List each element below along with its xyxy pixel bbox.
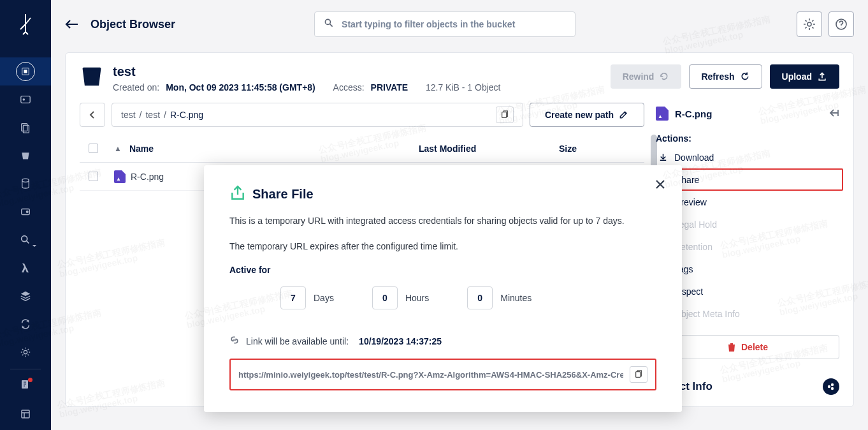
- svg-point-13: [325, 19, 330, 24]
- breadcrumb-back[interactable]: [80, 103, 105, 127]
- svg-point-25: [831, 387, 834, 390]
- svg-point-9: [22, 236, 27, 242]
- help-button[interactable]: [828, 11, 854, 37]
- svg-point-3: [23, 98, 25, 101]
- image-file-icon: [656, 107, 669, 121]
- nav-replication[interactable]: [0, 310, 51, 338]
- modal-desc-2: The temporary URL expires after the conf…: [229, 240, 656, 254]
- svg-rect-4: [22, 124, 27, 131]
- nav-lambda[interactable]: [0, 254, 51, 282]
- nav-docs[interactable]: [0, 400, 51, 428]
- file-name: R-C.png: [131, 172, 164, 182]
- nav-notifications[interactable]: [0, 372, 51, 400]
- sort-indicator-icon[interactable]: ▲: [114, 144, 122, 153]
- svg-rect-1: [24, 70, 27, 73]
- share-icon: [229, 184, 246, 204]
- copy-url-button[interactable]: [630, 366, 647, 383]
- nav-tiers[interactable]: [0, 282, 51, 310]
- sidebar: [0, 0, 51, 430]
- bucket-icon: [80, 64, 104, 89]
- object-info-icon: [823, 378, 839, 395]
- share-url-row: https://minio.weiyigeek.top/test/test/R-…: [229, 359, 656, 390]
- close-icon[interactable]: [654, 178, 667, 193]
- delete-button[interactable]: Delete: [656, 335, 839, 359]
- available-until-value: 10/19/2023 14:37:25: [359, 336, 442, 346]
- svg-rect-12: [22, 410, 29, 418]
- copy-path-button[interactable]: [496, 107, 514, 123]
- modal-desc-1: This is a temporary URL with integrated …: [229, 214, 656, 228]
- page-title: Object Browser: [90, 18, 175, 31]
- svg-rect-17: [502, 112, 507, 118]
- search-input[interactable]: [342, 19, 566, 29]
- actions-title: Actions:: [656, 133, 839, 144]
- available-until-label: Link will be available until:: [246, 336, 349, 346]
- settings-button[interactable]: [797, 11, 822, 37]
- svg-point-24: [831, 383, 834, 386]
- nav-item-5[interactable]: [0, 170, 51, 198]
- svg-point-6: [22, 179, 29, 182]
- minutes-input[interactable]: [467, 286, 493, 309]
- nav-item-2[interactable]: [0, 85, 51, 114]
- row-checkbox[interactable]: [89, 172, 98, 181]
- svg-point-14: [807, 22, 811, 26]
- nav-item-6[interactable]: [0, 198, 51, 226]
- nav-search[interactable]: [0, 226, 51, 254]
- select-all-checkbox[interactable]: [89, 144, 98, 153]
- collapse-panel-button[interactable]: [828, 108, 839, 119]
- logo: [13, 13, 38, 38]
- modal-title: Share File: [252, 187, 314, 202]
- nav-object-browser[interactable]: [0, 57, 51, 85]
- svg-point-8: [26, 211, 28, 213]
- share-file-modal: Share File This is a temporary URL with …: [204, 165, 682, 412]
- svg-rect-2: [21, 96, 30, 103]
- back-button[interactable]: [65, 19, 79, 29]
- svg-point-10: [24, 350, 27, 353]
- search-box[interactable]: [314, 11, 575, 37]
- search-icon: [324, 18, 334, 31]
- create-new-path-button[interactable]: Create new path: [530, 103, 644, 127]
- topbar: Object Browser: [65, 11, 854, 37]
- nav-buckets[interactable]: [0, 142, 51, 170]
- image-file-icon: [114, 170, 126, 183]
- svg-point-23: [828, 385, 830, 388]
- days-input[interactable]: [280, 286, 306, 309]
- table-header: ▲Name Last Modified Size: [80, 135, 644, 163]
- link-icon: [229, 335, 240, 347]
- refresh-button[interactable]: Refresh: [689, 64, 762, 89]
- bucket-meta: Created on: Mon, Oct 09 2023 11:45:58 (G…: [113, 82, 500, 93]
- svg-rect-26: [636, 372, 640, 378]
- object-panel: R-C.png Actions: Download Share Preview …: [656, 103, 839, 395]
- svg-rect-16: [83, 68, 101, 71]
- svg-rect-5: [23, 125, 29, 133]
- nav-settings[interactable]: [0, 338, 51, 366]
- panel-file-name: R-C.png: [675, 108, 712, 119]
- hours-input[interactable]: [372, 286, 398, 309]
- breadcrumb-path: test/ test/ R-C.png: [112, 103, 523, 127]
- upload-button[interactable]: Upload: [770, 64, 839, 89]
- rewind-button: Rewind: [611, 64, 682, 89]
- share-url[interactable]: https://minio.weiyigeek.top/test/test/R-…: [238, 370, 623, 380]
- active-for-label: Active for: [229, 265, 656, 275]
- bucket-name: test: [113, 64, 500, 79]
- nav-item-3[interactable]: [0, 114, 51, 142]
